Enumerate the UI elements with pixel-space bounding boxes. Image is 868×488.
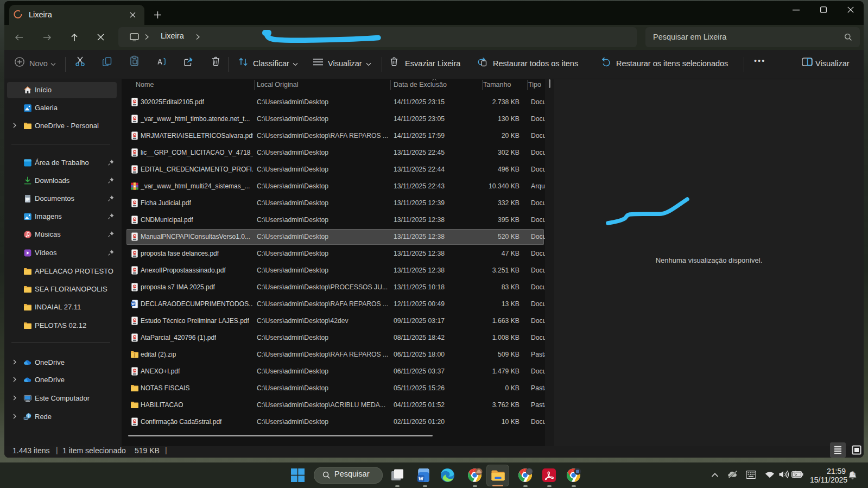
svg-text:z: z: [853, 471, 856, 475]
